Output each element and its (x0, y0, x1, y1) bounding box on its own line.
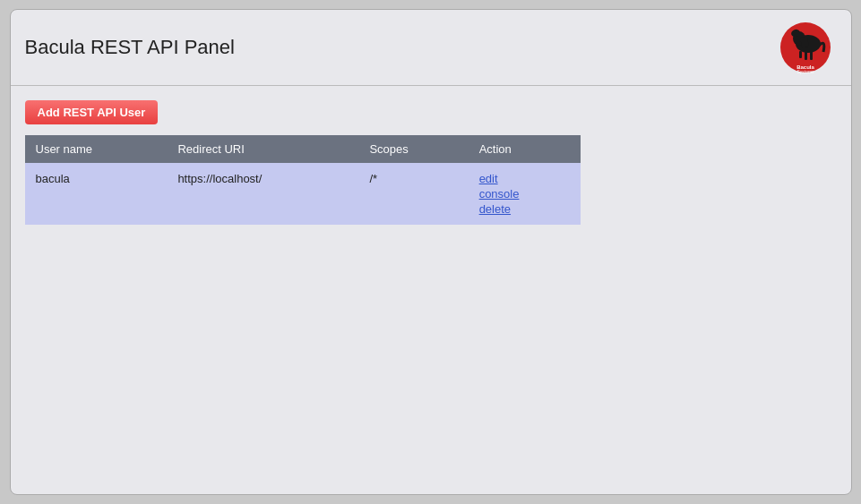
action-console-link[interactable]: console (479, 187, 570, 201)
table-body: baculahttps://localhost//*editconsoledel… (25, 163, 581, 225)
users-table: User name Redirect URI Scopes Action bac… (25, 135, 581, 225)
header: Bacula REST API Panel Bacula (11, 10, 851, 86)
column-header-redirect-uri: Redirect URI (167, 135, 358, 163)
table-header: User name Redirect URI Scopes Action (25, 135, 581, 163)
action-delete-link[interactable]: delete (479, 202, 570, 216)
action-links: editconsoledelete (479, 172, 570, 216)
svg-rect-7 (799, 51, 802, 58)
column-header-scopes: Scopes (358, 135, 468, 163)
svg-rect-5 (805, 51, 807, 60)
logo: Bacula Systems (774, 21, 837, 74)
column-header-action: Action (469, 135, 581, 163)
add-rest-api-user-button[interactable]: Add REST API User (25, 100, 159, 124)
bacula-logo-icon: Bacula Systems (774, 21, 837, 74)
action-edit-link[interactable]: edit (479, 172, 570, 185)
cell-username: bacula (25, 163, 168, 225)
content-area: Add REST API User User name Redirect URI… (11, 86, 851, 239)
cell-redirect-uri: https://localhost/ (167, 163, 358, 225)
svg-rect-6 (810, 51, 813, 60)
main-panel: Bacula REST API Panel Bacula (10, 9, 852, 495)
cell-action: editconsoledelete (469, 163, 581, 225)
table-row: baculahttps://localhost//*editconsoledel… (25, 163, 581, 225)
page-title: Bacula REST API Panel (25, 36, 235, 59)
cell-scopes: /* (358, 163, 468, 225)
svg-text:Systems: Systems (796, 69, 814, 74)
column-header-username: User name (25, 135, 168, 163)
